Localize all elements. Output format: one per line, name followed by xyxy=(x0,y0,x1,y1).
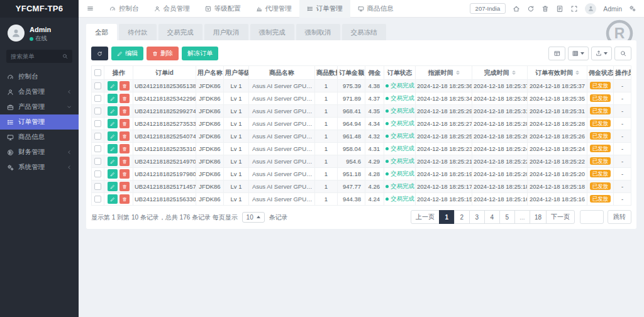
cell-operator: - xyxy=(614,168,631,181)
nav-item-goods[interactable]: 商品信息 xyxy=(350,0,401,18)
sidebar-item-dashboard[interactable]: 控制台 xyxy=(0,69,79,84)
row-checkbox[interactable] xyxy=(94,145,101,152)
row-edit-button[interactable] xyxy=(108,169,118,179)
row-edit-button[interactable] xyxy=(108,131,118,141)
tab-force-complete[interactable]: 强制完成 xyxy=(250,24,294,40)
sidebar-item-finance[interactable]: 财务管理 xyxy=(0,145,79,160)
next-page-button[interactable]: 下一页 xyxy=(546,210,575,224)
edit-button[interactable]: 编辑 xyxy=(111,47,143,60)
row-delete-button[interactable] xyxy=(119,182,130,191)
navbar-user-name[interactable]: Admin xyxy=(603,5,622,13)
column-header-finish-time[interactable]: 完成时间 xyxy=(472,66,528,80)
row-edit-button[interactable] xyxy=(108,144,118,153)
region-button[interactable]: 207-India xyxy=(470,3,506,14)
column-header-valid-time[interactable]: 订单有效时间 xyxy=(528,66,587,80)
sidebar-item-orders[interactable]: 订单管理 xyxy=(0,114,79,130)
page-button-18[interactable]: 18 xyxy=(530,210,547,224)
tab-all[interactable]: 全部 xyxy=(86,24,117,40)
sidebar-item-label: 控制台 xyxy=(18,72,38,81)
settings-gears-icon[interactable] xyxy=(629,5,636,12)
delete-button[interactable]: 删除 xyxy=(147,47,179,60)
row-checkbox[interactable] xyxy=(94,82,101,89)
tab-trade-complete[interactable]: 交易完成 xyxy=(158,24,203,40)
table-row: UB2412181825214970JFDK86Lv 1Asus AI Serv… xyxy=(92,155,631,168)
clear-cache-button[interactable] xyxy=(556,5,564,13)
row-delete-button[interactable] xyxy=(119,144,130,153)
nav-item-dashboard[interactable]: 控制台 xyxy=(102,0,147,18)
columns-button[interactable] xyxy=(568,47,589,60)
avatar[interactable] xyxy=(8,25,25,42)
row-delete-button[interactable] xyxy=(119,94,130,103)
page-button-2[interactable]: 2 xyxy=(454,210,470,224)
row-checkbox[interactable] xyxy=(94,170,101,177)
row-edit-button[interactable] xyxy=(108,81,118,91)
sidebar-item-goods[interactable]: 商品信息 xyxy=(0,130,79,145)
sidebar-item-system[interactable]: 系统管理 xyxy=(0,160,79,175)
row-edit-button[interactable] xyxy=(108,182,118,191)
tab-trade-frozen[interactable]: 交易冻结 xyxy=(342,24,386,40)
cell-finish-time: 2024-12-18 18:25:16 xyxy=(472,193,528,206)
menu-search-input[interactable] xyxy=(11,53,62,60)
trash-button[interactable] xyxy=(541,5,549,13)
row-edit-button[interactable] xyxy=(108,157,118,166)
sort-icon[interactable] xyxy=(512,70,516,75)
cell-commission-status: 已发放 xyxy=(587,155,614,168)
page-button-1[interactable]: 1 xyxy=(439,210,455,224)
jump-button[interactable]: 跳转 xyxy=(608,210,631,224)
row-delete-button[interactable] xyxy=(119,119,130,128)
jump-page-input[interactable] xyxy=(580,210,604,224)
nav-item-members[interactable]: 会员管理 xyxy=(147,0,197,18)
row-checkbox[interactable] xyxy=(94,158,101,165)
sort-icon[interactable] xyxy=(575,70,579,75)
home-button[interactable] xyxy=(513,5,520,13)
nav-item-orders[interactable]: 订单管理 xyxy=(299,0,350,18)
refresh-button[interactable] xyxy=(91,47,108,60)
fullscreen-button[interactable] xyxy=(570,5,578,13)
export-button[interactable] xyxy=(591,47,612,60)
orders-panel: 编辑 删除 解冻订单 操作订单id用户名称用户等级商品名称商品数量订单金额佣金订… xyxy=(86,40,636,229)
row-edit-button[interactable] xyxy=(108,194,118,204)
avatar[interactable] xyxy=(585,3,596,14)
row-edit-button[interactable] xyxy=(108,106,118,116)
row-delete-button[interactable] xyxy=(119,194,130,204)
row-edit-button[interactable] xyxy=(108,94,118,103)
column-header-assign-time[interactable]: 指派时间 xyxy=(416,66,472,80)
sidebar-item-products[interactable]: 产品管理 xyxy=(0,99,79,114)
page-button-4[interactable]: 4 xyxy=(484,210,500,224)
row-delete-button[interactable] xyxy=(119,131,130,141)
nav-item-agents[interactable]: 代理管理 xyxy=(248,0,299,18)
page-size-select[interactable]: 10 xyxy=(242,212,265,223)
row-delete-button[interactable] xyxy=(119,106,130,116)
toggle-view-button[interactable] xyxy=(548,47,565,60)
cell-amount: 954.6 xyxy=(338,155,365,168)
tab-force-cancel[interactable]: 强制取消 xyxy=(296,24,340,40)
row-checkbox[interactable] xyxy=(94,95,101,102)
column-header-order-id: 订单id xyxy=(133,66,196,80)
tab-user-cancel[interactable]: 用户取消 xyxy=(204,24,248,40)
row-checkbox[interactable] xyxy=(94,108,101,114)
row-checkbox[interactable] xyxy=(94,133,101,140)
commission-status-badge: 已发放 xyxy=(590,182,611,190)
select-all-checkbox[interactable] xyxy=(94,69,101,76)
sidebar-item-members[interactable]: 会员管理 xyxy=(0,84,79,99)
tab-pending-payment[interactable]: 待付款 xyxy=(119,24,157,40)
prev-page-button[interactable]: 上一页 xyxy=(411,210,440,224)
row-edit-button[interactable] xyxy=(108,119,118,128)
menu-toggle-icon[interactable] xyxy=(79,5,102,12)
refresh-button[interactable] xyxy=(527,5,535,13)
page-button-5[interactable]: 5 xyxy=(499,210,515,224)
nav-item-levels[interactable]: 等级配置 xyxy=(197,0,248,18)
row-checkbox[interactable] xyxy=(94,120,101,127)
sort-icon[interactable] xyxy=(456,70,460,75)
pagination-controls: 上一页12345...18下一页 跳转 xyxy=(411,210,631,224)
search-toggle-button[interactable] xyxy=(614,47,631,60)
row-delete-button[interactable] xyxy=(119,157,130,166)
row-delete-button[interactable] xyxy=(119,81,130,91)
row-delete-button[interactable] xyxy=(119,169,130,179)
unfreeze-order-button[interactable]: 解冻订单 xyxy=(182,47,218,60)
page-button-3[interactable]: 3 xyxy=(469,210,485,224)
row-checkbox[interactable] xyxy=(94,196,101,203)
navbar-right: 207-India Admin xyxy=(470,3,644,14)
table-row: UB2412181825299274JFDK86Lv 1Asus AI Serv… xyxy=(92,105,631,118)
row-checkbox[interactable] xyxy=(94,183,101,190)
